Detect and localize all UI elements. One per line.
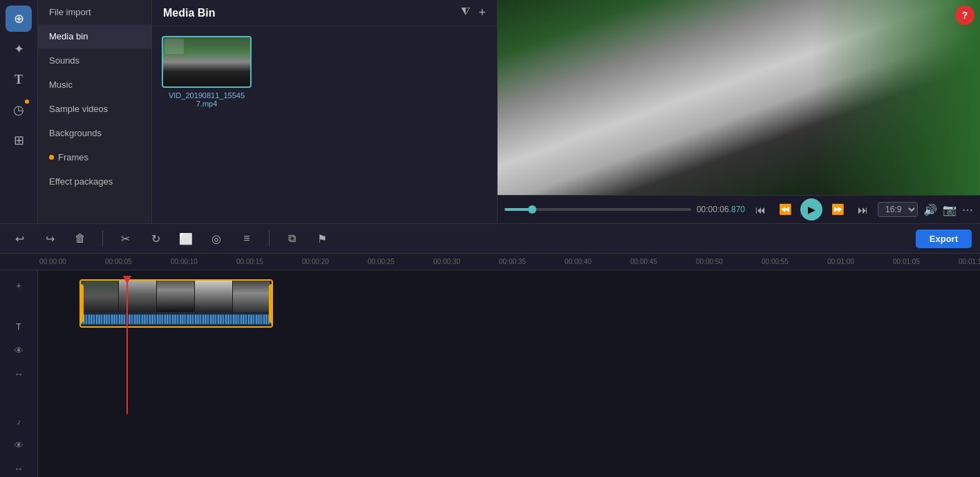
rotate-button[interactable]: ↻	[144, 227, 167, 250]
nav-label-effect-packages: Effect packages	[49, 176, 113, 187]
history-icon[interactable]: ◷	[6, 97, 32, 123]
track-eye-icon[interactable]: 👁	[8, 342, 29, 359]
ruler-mark-0: 00:00:00	[38, 258, 104, 265]
track-audio-eye-icon[interactable]: 👁	[8, 437, 29, 453]
nav-label-music: Music	[49, 80, 73, 90]
aspect-ratio-select[interactable]: 16:9 9:16 1:1 4:3	[878, 202, 918, 217]
export-button[interactable]: Export	[916, 230, 972, 248]
ruler-mark-105: 00:01:05	[892, 258, 957, 265]
ruler-mark-50: 00:00:50	[695, 258, 760, 265]
pip-button[interactable]: ⧉	[281, 227, 303, 250]
nav-label-media-bin: Media bin	[49, 31, 88, 41]
ruler-mark-20: 00:00:20	[301, 258, 366, 265]
preview-panel: ? 00:00:06.870 ⏮ ⏪ ▶ ⏩ ⏭ 16:9 9:16 1:1	[498, 0, 980, 223]
nav-item-frames[interactable]: Frames	[38, 145, 151, 169]
nav-item-backgrounds[interactable]: Backgrounds	[38, 121, 151, 145]
star-icon[interactable]: ✦	[6, 36, 32, 62]
media-bin-actions: ⧨ +	[461, 6, 486, 20]
video-clip-frames	[81, 281, 272, 312]
audio-wave	[81, 312, 272, 327]
ruler-mark-40: 00:00:40	[563, 258, 629, 265]
media-thumb-image	[162, 36, 252, 88]
preview-video: ?	[498, 0, 980, 195]
track-video-label: T	[8, 319, 29, 335]
clip-frame-2	[119, 281, 157, 312]
redo-button[interactable]: ↪	[39, 227, 61, 250]
left-nav: File import Media bin Sounds Music Sampl…	[38, 0, 152, 223]
audio-settings-icon[interactable]: 🔊	[923, 203, 937, 216]
add-media-icon[interactable]: +	[478, 6, 486, 20]
nav-label-sounds: Sounds	[49, 55, 79, 66]
nav-item-media-bin[interactable]: Media bin	[38, 24, 151, 48]
skip-forward-button[interactable]: ⏭	[853, 200, 872, 219]
ruler-mark-5: 00:00:05	[104, 258, 169, 265]
nav-item-music[interactable]: Music	[38, 73, 151, 97]
ruler-mark-25: 00:00:25	[366, 258, 432, 265]
track-audio-icon: ♪	[8, 413, 29, 430]
ruler-mark-110: 00:01:10	[957, 258, 980, 265]
preview-time-current: 00:00:06	[697, 205, 729, 214]
help-icon[interactable]: ?	[955, 6, 974, 25]
media-bin-panel: Media Bin ⧨ + VID_20190811_155457.mp4	[152, 0, 498, 223]
ruler-mark-30: 00:00:30	[432, 258, 498, 265]
timeline-left-bar: + T 👁 ↔ ♪ 👁 ↔	[0, 270, 38, 477]
delete-button[interactable]: 🗑	[69, 227, 91, 250]
media-thumb-label: VID_20190811_155457.mp4	[169, 91, 245, 108]
grid-icon[interactable]: ⊞	[6, 127, 32, 153]
timeline-tracks-wrapper	[38, 276, 980, 414]
timeline-content: + T 👁 ↔ ♪ 👁 ↔	[0, 270, 980, 477]
nav-item-sample-videos[interactable]: Sample videos	[38, 97, 151, 121]
add-track-button[interactable]: +	[8, 277, 29, 294]
nav-label-sample-videos: Sample videos	[49, 104, 108, 114]
adjust-button[interactable]: ◎	[205, 227, 227, 250]
audio-track	[38, 334, 980, 368]
media-bin-header: Media Bin ⧨ +	[152, 0, 497, 26]
nav-item-sounds[interactable]: Sounds	[38, 48, 151, 73]
flag-button[interactable]: ⚑	[311, 227, 333, 250]
clip-handle-right[interactable]	[269, 284, 273, 323]
filter-icon[interactable]: ⧨	[461, 6, 470, 20]
step-forward-button[interactable]: ⏩	[828, 200, 847, 219]
ruler-mark-100: 00:01:00	[826, 258, 892, 265]
clip-frame-5	[233, 281, 271, 312]
thumb-video-preview	[163, 37, 250, 86]
media-thumb-item[interactable]: VID_20190811_155457.mp4	[162, 36, 252, 108]
ruler-marks: 00:00:00 00:00:05 00:00:10 00:00:15 00:0…	[38, 258, 980, 265]
ruler-mark-45: 00:00:45	[629, 258, 695, 265]
crop-button[interactable]: ⬜	[175, 227, 197, 250]
toolbar-separator-2	[269, 230, 270, 247]
timeline-area: 00:00:00 00:00:05 00:00:10 00:00:15 00:0…	[0, 254, 980, 477]
video-clip[interactable]	[79, 279, 273, 328]
align-button[interactable]: ≡	[236, 227, 258, 250]
preview-progress-bar[interactable]	[505, 208, 691, 211]
step-back-button[interactable]: ⏪	[775, 200, 795, 219]
clip-handle-left[interactable]	[79, 284, 84, 323]
clip-frame-3	[157, 281, 195, 312]
media-bin-content: VID_20190811_155457.mp4	[152, 26, 497, 223]
timeline-tracks	[38, 270, 980, 477]
screenshot-icon[interactable]: 📷	[943, 203, 957, 216]
add-project-icon[interactable]: ⊕	[6, 6, 32, 32]
frames-dot	[49, 155, 54, 160]
track-audio-expand-icon[interactable]: ↔	[8, 460, 29, 477]
nav-item-effect-packages[interactable]: Effect packages	[38, 169, 151, 194]
nav-item-file-import[interactable]: File import	[38, 0, 151, 24]
toolbar: ↩ ↪ 🗑 ✂ ↻ ⬜ ◎ ≡ ⧉ ⚑ Export	[0, 223, 980, 254]
icon-bar: ⊕ ✦ T ◷ ⊞	[0, 0, 38, 223]
undo-button[interactable]: ↩	[8, 227, 30, 250]
timeline-ruler: 00:00:00 00:00:05 00:00:10 00:00:15 00:0…	[0, 254, 980, 270]
video-track	[38, 276, 980, 331]
preview-time-ms: .870	[729, 205, 745, 214]
cut-button[interactable]: ✂	[114, 227, 136, 250]
track-expand-icon[interactable]: ↔	[8, 366, 29, 382]
text-icon[interactable]: T	[6, 66, 32, 93]
clip-frame-4	[195, 281, 233, 312]
media-bin-title: Media Bin	[163, 7, 454, 19]
ruler-mark-15: 00:00:15	[235, 258, 301, 265]
more-options-icon[interactable]: ⋯	[962, 203, 973, 216]
toolbar-separator-1	[102, 230, 103, 247]
skip-back-button[interactable]: ⏮	[751, 200, 770, 219]
play-pause-button[interactable]: ▶	[800, 198, 822, 221]
ruler-mark-10: 00:00:10	[169, 258, 235, 265]
preview-right-icons: 🔊 📷 ⋯	[923, 203, 973, 216]
